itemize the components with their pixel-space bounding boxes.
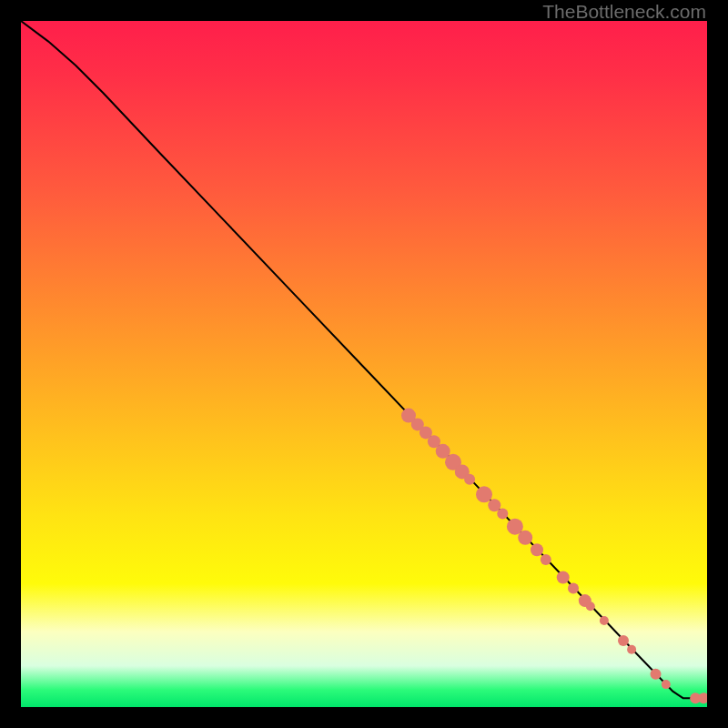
data-marker <box>541 554 551 565</box>
data-marker <box>698 693 707 703</box>
chart-svg <box>21 21 707 707</box>
data-marker <box>586 602 595 611</box>
data-marker <box>600 616 609 625</box>
marker-group <box>401 409 707 704</box>
bottleneck-curve <box>21 21 707 698</box>
data-marker <box>618 635 629 646</box>
data-marker <box>464 474 475 485</box>
chart-frame <box>21 21 707 707</box>
data-marker <box>557 571 570 584</box>
data-marker <box>476 486 492 502</box>
data-marker <box>651 669 662 680</box>
data-marker <box>518 531 532 545</box>
data-marker <box>497 508 508 519</box>
data-marker <box>531 543 543 556</box>
data-marker <box>627 645 636 654</box>
data-marker <box>568 583 579 594</box>
attribution-text: TheBottleneck.com <box>542 1 706 23</box>
data-marker <box>662 680 671 689</box>
